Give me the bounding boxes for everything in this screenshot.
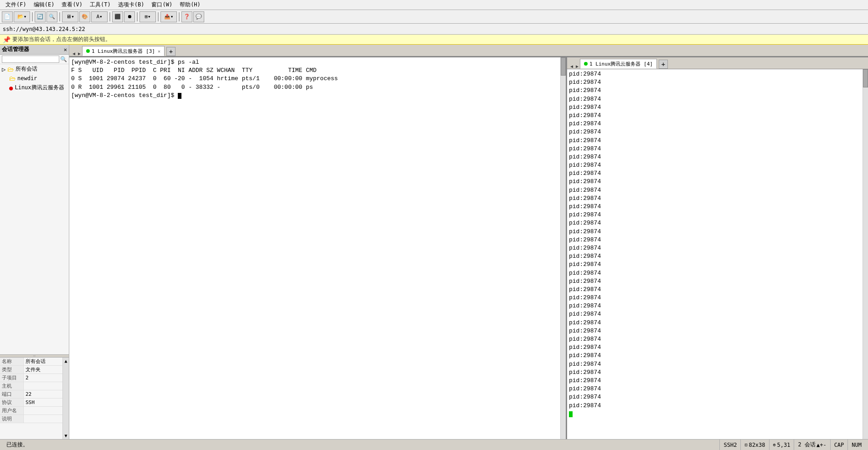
prop-key-type: 类型 xyxy=(0,366,24,373)
tab-right-terminal[interactable]: 1 Linux腾讯云服务器 [4] xyxy=(580,59,657,69)
status-size: ⊡ 82x38 xyxy=(741,440,769,450)
menu-tools[interactable]: 工具(T) xyxy=(86,0,114,10)
prop-key-name: 名称 xyxy=(0,358,24,365)
status-sessions-label: 2 会话 xyxy=(798,441,815,449)
separator-2 xyxy=(59,12,60,21)
sidebar-close-icon[interactable]: ✕ xyxy=(64,46,67,53)
tab-nav-left-next[interactable]: ▶ xyxy=(77,51,82,56)
menu-tabs[interactable]: 选项卡(B) xyxy=(114,0,148,10)
prop-val-note xyxy=(24,419,62,419)
prop-key-subitems: 子项目 xyxy=(0,374,24,382)
separator-3 xyxy=(109,12,110,21)
prop-val-type: 文件夹 xyxy=(24,366,62,373)
left-term-panel: [wyn@VM-8-2-centos test_dir]$ ps -al F S… xyxy=(69,57,566,439)
sidebar-header: 会话管理器 ✕ xyxy=(0,45,69,55)
status-ssh: SSH2 xyxy=(720,440,741,450)
tree-label-all-sessions: 所有会话 xyxy=(16,65,37,73)
filter-button[interactable]: 🔍 xyxy=(46,11,57,22)
separator-5 xyxy=(158,12,159,21)
right-scrollbar-thumb[interactable] xyxy=(863,69,868,87)
expand-icon: ▷ xyxy=(2,66,5,73)
status-cap: CAP xyxy=(831,440,848,450)
scroll-up-icon[interactable]: ▲ xyxy=(64,358,67,363)
add-tab-left[interactable]: + xyxy=(166,47,176,56)
hint-text: 要添加当前会话，点击左侧的箭头按钮。 xyxy=(12,36,111,43)
properties-panel: 名称 所有会话 类型 文件夹 子项目 2 主机 xyxy=(0,357,69,439)
new-button[interactable]: 📄 xyxy=(2,11,13,22)
send-button[interactable]: 📤▾ xyxy=(160,11,177,22)
tree-label-server: Linux腾讯云服务器 xyxy=(15,84,64,92)
menu-help[interactable]: 帮助(H) xyxy=(176,0,204,10)
stop-button[interactable]: ⬛ xyxy=(112,11,123,22)
chat-button[interactable]: 💬 xyxy=(193,11,204,22)
prop-key-username: 用户名 xyxy=(0,407,24,414)
tree-all-sessions[interactable]: ▷ 🗁 所有会话 xyxy=(0,64,69,74)
menu-view[interactable]: 查看(V) xyxy=(58,0,86,10)
right-term-panel: pid:29874 pid:29874 pid:29874 pid:29874 … xyxy=(567,69,868,439)
font-button[interactable]: A▾ xyxy=(91,11,108,22)
prop-val-protocol: SSH xyxy=(24,399,62,406)
terminal-panels: [wyn@VM-8-2-centos test_dir]$ ps -al F S… xyxy=(69,56,868,439)
prop-host: 主机 xyxy=(0,382,62,390)
status-cursor-label: 5,31 xyxy=(777,442,790,448)
color-button[interactable]: 🎨 xyxy=(79,11,90,22)
left-scrollbar-thumb[interactable] xyxy=(561,57,566,76)
refresh-button[interactable]: 🔄 xyxy=(35,11,46,22)
record-button[interactable]: ⏺ xyxy=(124,11,135,22)
hint-bar: 📌 要添加当前会话，点击左侧的箭头按钮。 xyxy=(0,35,868,45)
prop-val-subitems: 2 xyxy=(24,374,62,381)
server-icon: ● xyxy=(9,84,13,92)
sidebar-title: 会话管理器 xyxy=(2,46,29,53)
search-input[interactable] xyxy=(2,56,59,63)
sidebar: 会话管理器 ✕ 🔍 ▷ 🗁 所有会话 🗁 newdir ● Linux腾讯云服务… xyxy=(0,45,69,439)
folder-icon: 🗁 xyxy=(7,66,14,73)
help-button[interactable]: ❓ xyxy=(181,11,192,22)
separator-6 xyxy=(179,12,180,21)
prop-key-note: 说明 xyxy=(0,415,24,423)
tab-nav-right-next[interactable]: ▶ xyxy=(574,64,580,69)
right-tab-bar: ◀ ▶ 1 Linux腾讯云服务器 [4] + xyxy=(567,57,868,69)
tile-button[interactable]: ⊞▾ xyxy=(140,11,156,22)
open-button[interactable]: 📂▾ xyxy=(14,11,30,22)
right-term-content[interactable]: pid:29874 pid:29874 pid:29874 pid:29874 … xyxy=(567,69,863,439)
tab-close-left[interactable]: ✕ xyxy=(158,49,160,54)
status-connected-text: 已连接。 xyxy=(6,441,28,449)
sessions-minus[interactable]: - xyxy=(823,442,826,448)
tab-left-terminal[interactable]: 1 Linux腾讯云服务器 [3] ✕ xyxy=(82,46,165,56)
menu-window[interactable]: 窗口(W) xyxy=(148,0,176,10)
prop-val-username xyxy=(24,410,62,411)
status-size-label: 82x38 xyxy=(749,442,765,448)
status-ssh-label: SSH2 xyxy=(723,442,737,448)
status-num: NUM xyxy=(848,440,865,450)
tab-nav-left-prev[interactable]: ◀ xyxy=(71,51,77,56)
prop-key-port: 端口 xyxy=(0,390,24,398)
left-scrollbar[interactable] xyxy=(560,57,566,439)
separator-4 xyxy=(137,12,138,21)
add-tab-right[interactable]: + xyxy=(659,60,668,69)
sessions-plus[interactable]: + xyxy=(820,442,823,448)
address-label: ssh://wyn@43.143.224.5:22 xyxy=(3,26,85,32)
status-cursor: ⊕ 5,31 xyxy=(770,440,795,450)
sessions-arrow-up[interactable]: ▲ xyxy=(816,442,820,448)
search-icon[interactable]: 🔍 xyxy=(60,56,67,62)
tree-linux-server[interactable]: ● Linux腾讯云服务器 xyxy=(0,83,69,92)
tab-label-right: 1 Linux腾讯云服务器 [4] xyxy=(589,61,653,67)
prop-subitems: 子项目 2 xyxy=(0,374,62,382)
status-connected: 已连接。 xyxy=(3,440,720,450)
scroll-down-icon[interactable]: ▼ xyxy=(64,433,67,438)
prop-val-port: 22 xyxy=(24,391,62,398)
main-area: 会话管理器 ✕ 🔍 ▷ 🗁 所有会话 🗁 newdir ● Linux腾讯云服务… xyxy=(0,45,868,439)
menu-file[interactable]: 文件(F) xyxy=(2,0,30,10)
left-term-content[interactable]: [wyn@VM-8-2-centos test_dir]$ ps -al F S… xyxy=(69,57,560,439)
sidebar-search-bar: 🔍 xyxy=(0,55,69,64)
prop-username: 用户名 xyxy=(0,407,62,415)
terminals-area: ◀ ▶ 1 Linux腾讯云服务器 [3] ✕ + [wyn@VM-8-2-ce… xyxy=(69,45,868,439)
menu-edit[interactable]: 编辑(E) xyxy=(30,0,58,10)
right-scrollbar[interactable] xyxy=(863,69,868,439)
prop-note: 说明 xyxy=(0,415,62,423)
tree-newdir[interactable]: 🗁 newdir xyxy=(0,74,69,83)
prop-name: 名称 所有会话 xyxy=(0,358,62,366)
new-session-button[interactable]: 🖥▾ xyxy=(62,11,78,22)
status-bar: 已连接。 SSH2 ⊡ 82x38 ⊕ 5,31 2 会话 ▲ + - CAP … xyxy=(0,439,868,450)
tab-nav-right-prev[interactable]: ◀ xyxy=(569,64,574,69)
